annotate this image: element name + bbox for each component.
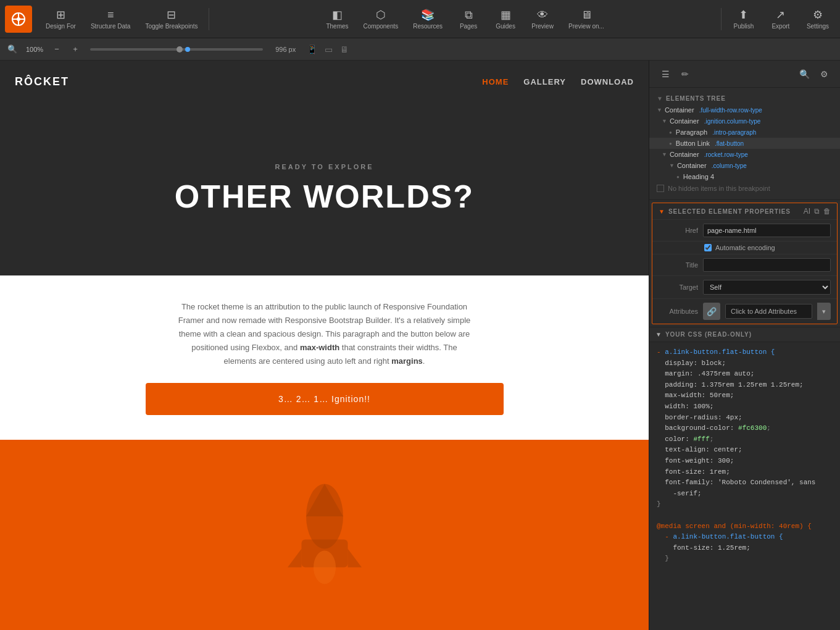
canvas-scroll[interactable]: RÔCKET HOME GALLERY DOWNLOAD READY TO EX… (0, 61, 649, 630)
selected-element-properties: ▼ SELECTED ELEMENT PROPERTIES AI ⧉ 🗑 Hre… (652, 203, 838, 324)
css-dash-1: - (657, 348, 661, 356)
hidden-notice: No hidden items in this breakpoint (649, 182, 840, 195)
tree-item-container-4[interactable]: ▼ Container .column-type (649, 160, 840, 171)
auto-encoding-label: Automatic encoding (715, 244, 775, 251)
themes-button[interactable]: ◧ Themes (320, 2, 354, 36)
css-value-bgcolor: #fc6300 (738, 424, 767, 432)
zoom-minus-button[interactable]: − (49, 42, 64, 57)
target-row: Target Self _blank _parent (652, 276, 837, 299)
copy-icon[interactable]: ⧉ (814, 207, 820, 216)
add-attributes-button[interactable]: Click to Add Attributes (725, 304, 812, 319)
desktop-icon[interactable]: 🖥 (338, 43, 351, 56)
edit-button[interactable]: ✏ (676, 65, 694, 83)
attributes-dropdown-button[interactable]: ▾ (817, 303, 831, 320)
cta-button[interactable]: 3… 2… 1… Ignition!! (146, 383, 504, 415)
tree-item-container-3[interactable]: ▼ Container .rocket.row-type (649, 149, 840, 160)
target-select[interactable]: Self _blank _parent (703, 280, 831, 295)
device-icons: 📱 ▭ 🖥 (304, 43, 351, 56)
ai-icon[interactable]: AI (804, 207, 810, 216)
attributes-label: Attributes (659, 308, 698, 315)
tablet-icon[interactable]: ▭ (322, 43, 335, 56)
tree-name-3: Container (670, 151, 699, 158)
css-prop-width: width: 100%; (657, 403, 713, 410)
guides-button[interactable]: ▦ Guides (488, 2, 523, 36)
css-content[interactable]: - a.link-button.flat-button { display: b… (649, 342, 840, 630)
title-input[interactable] (703, 258, 831, 272)
zoom-out-icon[interactable]: 🔍 (5, 42, 20, 57)
tree-class-paragraph: .intro-paragraph (712, 129, 756, 136)
resources-button[interactable]: 📚 Resources (407, 2, 449, 36)
tree-class-1: .full-width-row.row-type (699, 107, 762, 114)
css-prop-fontfamily-cont: -serif; (657, 490, 702, 497)
pages-button[interactable]: ⧉ Pages (451, 2, 486, 36)
tree-item-container-1[interactable]: ▼ Container .full-width-row.row-type (649, 104, 840, 116)
props-expand-icon[interactable]: ▼ (659, 208, 665, 215)
tree-item-button-link[interactable]: ● Button Link .flat-button (649, 138, 840, 149)
elements-tree: ▼ ELEMENTS TREE ▼ Container .full-width-… (649, 88, 840, 200)
css-prop-bgcolor: background-color: (657, 424, 738, 432)
nav-download[interactable]: DOWNLOAD (581, 77, 634, 86)
structure-data-button[interactable]: ≡ Structure Data (85, 2, 136, 36)
components-button[interactable]: ⬡ Components (357, 2, 405, 36)
tree-class-4: .column-type (712, 162, 747, 169)
tree-header-label: ELEMENTS TREE (666, 95, 726, 102)
preview-on-icon: 🖥 (581, 9, 592, 22)
auto-encoding-checkbox[interactable] (704, 244, 712, 251)
href-input[interactable] (703, 224, 831, 237)
tree-arrow-3: ▼ (662, 151, 667, 158)
nav-home[interactable]: HOME (482, 77, 509, 86)
tree-header-expand[interactable]: ▼ (657, 95, 663, 102)
toggle-breakpoints-button[interactable]: ⊟ Toggle Breakpoints (139, 2, 204, 36)
tree-class-3: .rocket.row-type (704, 151, 748, 158)
zoom-plus-button[interactable]: + (68, 42, 83, 57)
delete-icon[interactable]: 🗑 (823, 207, 831, 216)
settings-button[interactable]: ⚙ Settings (800, 2, 835, 36)
app-logo[interactable] (5, 6, 32, 33)
svg-point-9 (314, 551, 336, 584)
css-prop-maxwidth: max-width: 50rem; (657, 392, 734, 399)
settings-icon: ⚙ (813, 8, 823, 22)
tree-arrow-1: ▼ (657, 107, 662, 113)
design-for-button[interactable]: ⊞ Design For (40, 2, 82, 36)
tree-item-paragraph[interactable]: ● Paragraph .intro-paragraph (649, 127, 840, 138)
props-icons: AI ⧉ 🗑 (804, 207, 831, 216)
toggle-breakpoints-icon: ⊟ (167, 8, 176, 22)
pages-icon: ⧉ (465, 9, 473, 22)
search-button[interactable]: 🔍 (796, 65, 813, 83)
nav-gallery[interactable]: GALLERY (523, 77, 566, 86)
canvas-area: RÔCKET HOME GALLERY DOWNLOAD READY TO EX… (0, 61, 649, 630)
resources-icon: 📚 (421, 8, 435, 22)
zoom-display: 100% (23, 46, 46, 53)
css-close-1: } (657, 500, 661, 508)
tree-item-heading4[interactable]: ● Heading 4 (649, 171, 840, 182)
hidden-checkbox[interactable] (657, 185, 664, 192)
webpage-preview: RÔCKET HOME GALLERY DOWNLOAD READY TO EX… (0, 61, 649, 630)
svg-marker-8 (347, 549, 362, 568)
href-label: Href (659, 227, 698, 234)
preview-button[interactable]: 👁 Preview (525, 2, 560, 36)
zoom-slider[interactable] (90, 48, 263, 51)
preview-icon: 👁 (537, 9, 548, 22)
mobile-icon[interactable]: 📱 (304, 43, 320, 56)
tree-name-4: Container (677, 162, 707, 169)
panel-settings-button[interactable]: ⚙ (815, 65, 833, 83)
attributes-icon-button[interactable]: 🔗 (703, 303, 720, 320)
css-title: YOUR CSS (READ-ONLY) (665, 331, 752, 338)
tree-name-1: Container (665, 106, 694, 114)
slider-thumb (177, 46, 183, 52)
hero-title: OTHER WORLDS? (175, 178, 474, 215)
css-expand-icon[interactable]: ▼ (655, 331, 662, 338)
css-prop-borderradius: border-radius: 4px; (657, 414, 742, 421)
tree-class-2: .ignition.column-type (704, 118, 761, 125)
css-at-rule: @media screen and (min-width: 40rem) { (657, 523, 812, 530)
rocket-silhouette (288, 479, 362, 590)
css-prop-textalign: text-align: center; (657, 446, 742, 453)
export-button[interactable]: ↗ Export (763, 2, 798, 36)
svg-point-3 (17, 17, 20, 21)
hamburger-menu-button[interactable]: ☰ (657, 65, 674, 83)
preview-on-button[interactable]: 🖥 Preview on... (562, 2, 610, 36)
tree-item-container-2[interactable]: ▼ Container .ignition.column-type (649, 116, 840, 127)
content-text: The rocket theme is an attribution to th… (177, 300, 473, 368)
publish-button[interactable]: ⬆ Publish (726, 2, 761, 36)
title-label: Title (659, 261, 698, 269)
